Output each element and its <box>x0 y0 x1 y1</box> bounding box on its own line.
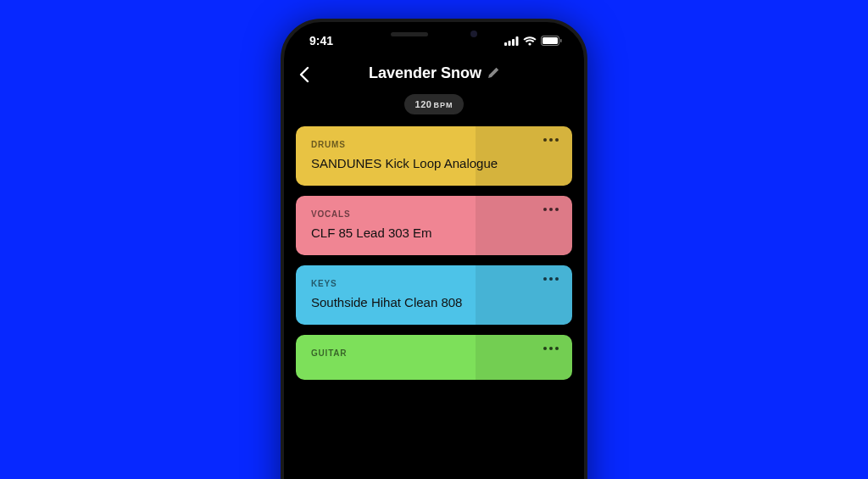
notch <box>370 22 498 46</box>
back-button[interactable] <box>299 66 309 86</box>
signal-icon <box>504 36 519 46</box>
svg-rect-0 <box>504 42 507 46</box>
track-name: SANDUNES Kick Loop Analogue <box>311 156 557 170</box>
pencil-icon <box>488 66 499 81</box>
track-category: DRUMS <box>311 140 557 149</box>
status-right <box>504 36 562 46</box>
track-list: DRUMS SANDUNES Kick Loop Analogue VOCALS… <box>284 126 584 380</box>
bpm-badge: 120BPM <box>404 94 465 114</box>
speaker <box>391 32 428 36</box>
track-category: VOCALS <box>311 209 557 219</box>
power-button <box>586 168 587 229</box>
track-name: CLF 85 Lead 303 Em <box>311 226 557 240</box>
svg-point-4 <box>528 42 531 45</box>
wifi-icon <box>523 36 537 46</box>
more-icon[interactable] <box>543 277 559 281</box>
page-title: Lavender Snow <box>369 64 481 82</box>
more-icon[interactable] <box>543 347 559 350</box>
title-wrap[interactable]: Lavender Snow <box>369 64 499 82</box>
front-camera <box>470 31 477 37</box>
track-card-guitar[interactable]: GUITAR <box>296 335 572 380</box>
volume-down-button <box>281 205 282 246</box>
svg-rect-3 <box>516 36 519 46</box>
svg-rect-6 <box>542 37 558 44</box>
svg-rect-2 <box>512 39 515 46</box>
bpm-pill[interactable]: 120BPM <box>284 94 584 114</box>
track-name: Southside Hihat Clean 808 <box>311 295 557 309</box>
bpm-value: 120 <box>415 99 432 109</box>
track-card-drums[interactable]: DRUMS SANDUNES Kick Loop Analogue <box>296 126 572 186</box>
phone-frame: 9:41 <box>281 19 587 479</box>
more-icon[interactable] <box>543 138 559 142</box>
battery-icon <box>541 36 562 46</box>
track-card-vocals[interactable]: VOCALS CLF 85 Lead 303 Em <box>296 196 572 255</box>
status-time: 9:41 <box>309 34 333 47</box>
more-icon[interactable] <box>543 208 559 211</box>
svg-rect-7 <box>560 39 562 42</box>
svg-rect-1 <box>509 41 511 46</box>
track-card-keys[interactable]: KEYS Southside Hihat Clean 808 <box>296 265 572 325</box>
bpm-unit: BPM <box>433 101 453 109</box>
track-category: KEYS <box>311 279 557 288</box>
volume-up-button <box>281 156 282 197</box>
mute-switch <box>281 122 282 144</box>
app-header: Lavender Snow <box>284 53 584 87</box>
track-category: GUITAR <box>311 348 557 358</box>
